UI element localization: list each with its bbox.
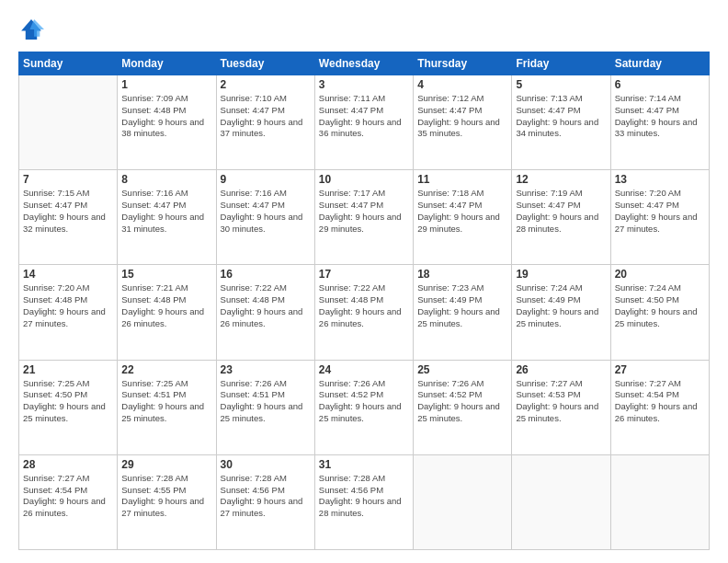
calendar-day-cell: 23Sunrise: 7:26 AMSunset: 4:51 PMDayligh…	[216, 360, 314, 454]
calendar-table: SundayMondayTuesdayWednesdayThursdayFrid…	[18, 52, 710, 550]
day-info: Sunrise: 7:20 AMSunset: 4:48 PMDaylight:…	[23, 282, 113, 329]
calendar-day-cell	[610, 454, 709, 549]
day-info: Sunrise: 7:22 AMSunset: 4:48 PMDaylight:…	[221, 282, 311, 329]
day-number: 31	[319, 458, 409, 471]
day-number: 24	[319, 363, 409, 376]
calendar-col-header: Friday	[512, 52, 610, 75]
day-info: Sunrise: 7:28 AMSunset: 4:56 PMDaylight:…	[221, 473, 311, 520]
calendar-day-cell: 13Sunrise: 7:20 AMSunset: 4:47 PMDayligh…	[610, 170, 709, 265]
calendar-day-cell: 19Sunrise: 7:24 AMSunset: 4:49 PMDayligh…	[512, 265, 610, 360]
calendar-day-cell: 2Sunrise: 7:10 AMSunset: 4:47 PMDaylight…	[216, 75, 314, 170]
day-number: 29	[121, 458, 211, 471]
calendar-day-cell: 17Sunrise: 7:22 AMSunset: 4:48 PMDayligh…	[314, 265, 413, 360]
day-info: Sunrise: 7:13 AMSunset: 4:47 PMDaylight:…	[516, 93, 606, 140]
day-info: Sunrise: 7:23 AMSunset: 4:49 PMDaylight:…	[417, 282, 507, 329]
day-info: Sunrise: 7:20 AMSunset: 4:47 PMDaylight:…	[615, 188, 705, 235]
day-number: 17	[319, 268, 409, 281]
calendar-day-cell: 15Sunrise: 7:21 AMSunset: 4:48 PMDayligh…	[118, 265, 216, 360]
day-number: 6	[615, 78, 705, 91]
day-number: 11	[417, 173, 507, 186]
day-info: Sunrise: 7:27 AMSunset: 4:54 PMDaylight:…	[615, 378, 705, 425]
day-number: 26	[516, 363, 606, 376]
day-number: 9	[221, 173, 311, 186]
calendar-day-cell: 20Sunrise: 7:24 AMSunset: 4:50 PMDayligh…	[610, 265, 709, 360]
calendar-day-cell: 16Sunrise: 7:22 AMSunset: 4:48 PMDayligh…	[216, 265, 314, 360]
day-number: 30	[221, 458, 311, 471]
calendar-day-cell: 1Sunrise: 7:09 AMSunset: 4:48 PMDaylight…	[118, 75, 216, 170]
day-number: 18	[417, 268, 507, 281]
calendar-week-row: 7Sunrise: 7:15 AMSunset: 4:47 PMDaylight…	[19, 170, 710, 265]
day-number: 1	[121, 78, 211, 91]
day-info: Sunrise: 7:09 AMSunset: 4:48 PMDaylight:…	[121, 93, 211, 140]
calendar-day-cell: 10Sunrise: 7:17 AMSunset: 4:47 PMDayligh…	[314, 170, 413, 265]
day-info: Sunrise: 7:26 AMSunset: 4:52 PMDaylight:…	[417, 378, 507, 425]
day-number: 5	[516, 78, 606, 91]
day-info: Sunrise: 7:21 AMSunset: 4:48 PMDaylight:…	[121, 282, 211, 329]
calendar-col-header: Thursday	[414, 52, 512, 75]
calendar-week-row: 1Sunrise: 7:09 AMSunset: 4:48 PMDaylight…	[19, 75, 710, 170]
day-info: Sunrise: 7:24 AMSunset: 4:49 PMDaylight:…	[516, 282, 606, 329]
calendar-day-cell: 18Sunrise: 7:23 AMSunset: 4:49 PMDayligh…	[414, 265, 512, 360]
calendar-day-cell: 5Sunrise: 7:13 AMSunset: 4:47 PMDaylight…	[512, 75, 610, 170]
calendar-day-cell	[414, 454, 512, 549]
day-info: Sunrise: 7:27 AMSunset: 4:54 PMDaylight:…	[23, 473, 113, 520]
calendar-day-cell: 8Sunrise: 7:16 AMSunset: 4:47 PMDaylight…	[118, 170, 216, 265]
day-number: 27	[615, 363, 705, 376]
calendar-day-cell: 7Sunrise: 7:15 AMSunset: 4:47 PMDaylight…	[19, 170, 118, 265]
day-info: Sunrise: 7:18 AMSunset: 4:47 PMDaylight:…	[417, 188, 507, 235]
day-info: Sunrise: 7:24 AMSunset: 4:50 PMDaylight:…	[615, 282, 705, 329]
day-info: Sunrise: 7:14 AMSunset: 4:47 PMDaylight:…	[615, 93, 705, 140]
day-number: 28	[23, 458, 113, 471]
logo-icon	[18, 17, 44, 42]
calendar-col-header: Tuesday	[216, 52, 314, 75]
calendar-col-header: Sunday	[19, 52, 118, 75]
calendar-day-cell: 4Sunrise: 7:12 AMSunset: 4:47 PMDaylight…	[414, 75, 512, 170]
day-number: 4	[417, 78, 507, 91]
calendar-col-header: Saturday	[610, 52, 709, 75]
calendar-day-cell: 25Sunrise: 7:26 AMSunset: 4:52 PMDayligh…	[414, 360, 512, 454]
day-number: 7	[23, 173, 113, 186]
day-number: 16	[221, 268, 311, 281]
page: SundayMondayTuesdayWednesdayThursdayFrid…	[0, 0, 728, 563]
calendar-day-cell: 21Sunrise: 7:25 AMSunset: 4:50 PMDayligh…	[19, 360, 118, 454]
day-number: 10	[319, 173, 409, 186]
header	[18, 17, 710, 42]
calendar-day-cell: 24Sunrise: 7:26 AMSunset: 4:52 PMDayligh…	[314, 360, 413, 454]
calendar-day-cell: 26Sunrise: 7:27 AMSunset: 4:53 PMDayligh…	[512, 360, 610, 454]
calendar-day-cell: 29Sunrise: 7:28 AMSunset: 4:55 PMDayligh…	[118, 454, 216, 549]
calendar-col-header: Monday	[118, 52, 216, 75]
day-number: 14	[23, 268, 113, 281]
calendar-day-cell: 31Sunrise: 7:28 AMSunset: 4:56 PMDayligh…	[314, 454, 413, 549]
day-info: Sunrise: 7:25 AMSunset: 4:50 PMDaylight:…	[23, 378, 113, 425]
day-info: Sunrise: 7:17 AMSunset: 4:47 PMDaylight:…	[319, 188, 409, 235]
day-info: Sunrise: 7:16 AMSunset: 4:47 PMDaylight:…	[221, 188, 311, 235]
calendar-day-cell	[19, 75, 118, 170]
day-number: 12	[516, 173, 606, 186]
calendar-week-row: 21Sunrise: 7:25 AMSunset: 4:50 PMDayligh…	[19, 360, 710, 454]
day-number: 19	[516, 268, 606, 281]
calendar-week-row: 14Sunrise: 7:20 AMSunset: 4:48 PMDayligh…	[19, 265, 710, 360]
calendar-day-cell: 3Sunrise: 7:11 AMSunset: 4:47 PMDaylight…	[314, 75, 413, 170]
day-info: Sunrise: 7:10 AMSunset: 4:47 PMDaylight:…	[221, 93, 311, 140]
calendar-day-cell: 6Sunrise: 7:14 AMSunset: 4:47 PMDaylight…	[610, 75, 709, 170]
day-info: Sunrise: 7:12 AMSunset: 4:47 PMDaylight:…	[417, 93, 507, 140]
calendar-day-cell: 9Sunrise: 7:16 AMSunset: 4:47 PMDaylight…	[216, 170, 314, 265]
day-info: Sunrise: 7:11 AMSunset: 4:47 PMDaylight:…	[319, 93, 409, 140]
calendar-day-cell: 30Sunrise: 7:28 AMSunset: 4:56 PMDayligh…	[216, 454, 314, 549]
calendar-day-cell: 14Sunrise: 7:20 AMSunset: 4:48 PMDayligh…	[19, 265, 118, 360]
calendar-day-cell: 12Sunrise: 7:19 AMSunset: 4:47 PMDayligh…	[512, 170, 610, 265]
day-info: Sunrise: 7:19 AMSunset: 4:47 PMDaylight:…	[516, 188, 606, 235]
day-number: 15	[121, 268, 211, 281]
day-info: Sunrise: 7:26 AMSunset: 4:51 PMDaylight:…	[221, 378, 311, 425]
calendar-day-cell: 28Sunrise: 7:27 AMSunset: 4:54 PMDayligh…	[19, 454, 118, 549]
day-number: 22	[121, 363, 211, 376]
calendar-day-cell	[512, 454, 610, 549]
calendar-day-cell: 27Sunrise: 7:27 AMSunset: 4:54 PMDayligh…	[610, 360, 709, 454]
logo	[18, 17, 46, 42]
calendar-header-row: SundayMondayTuesdayWednesdayThursdayFrid…	[19, 52, 710, 75]
day-number: 3	[319, 78, 409, 91]
day-number: 25	[417, 363, 507, 376]
day-number: 23	[221, 363, 311, 376]
day-info: Sunrise: 7:27 AMSunset: 4:53 PMDaylight:…	[516, 378, 606, 425]
calendar-day-cell: 11Sunrise: 7:18 AMSunset: 4:47 PMDayligh…	[414, 170, 512, 265]
